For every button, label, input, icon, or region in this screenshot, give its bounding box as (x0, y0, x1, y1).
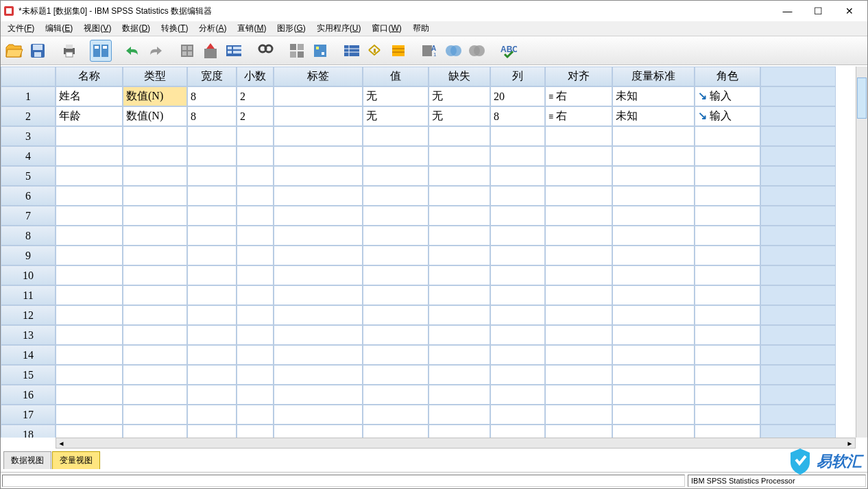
cell-name[interactable]: 姓名 (56, 86, 123, 106)
empty-cell[interactable] (123, 265, 187, 285)
empty-cell[interactable] (363, 186, 429, 206)
empty-cell[interactable] (363, 365, 429, 385)
empty-cell[interactable] (56, 365, 123, 385)
empty-cell[interactable] (612, 226, 695, 246)
empty-cell[interactable] (123, 226, 187, 246)
row-header[interactable]: 14 (1, 345, 56, 365)
column-header[interactable]: 标签 (274, 67, 363, 86)
empty-cell[interactable] (237, 305, 274, 325)
empty-cell[interactable] (545, 126, 612, 146)
empty-cell[interactable] (490, 126, 545, 146)
cell-missing[interactable]: 无 (429, 86, 490, 106)
empty-cell[interactable] (123, 405, 187, 425)
dialog-recall-icon[interactable] (90, 40, 112, 62)
empty-cell[interactable] (123, 206, 187, 226)
cell-width[interactable]: 8 (187, 86, 237, 106)
menu-4[interactable]: 转换(T) (156, 21, 193, 36)
cell-missing[interactable]: 无 (429, 106, 490, 126)
empty-cell[interactable] (363, 385, 429, 405)
scroll-right-icon[interactable]: ► (845, 438, 855, 448)
cell-align[interactable]: ≡右 (545, 106, 612, 126)
menu-9[interactable]: 窗口(W) (366, 21, 407, 36)
empty-cell[interactable] (695, 405, 760, 425)
close-button[interactable]: ✕ (834, 1, 865, 21)
column-header[interactable]: 角色 (695, 67, 760, 86)
cell-type[interactable]: 数值(N) (123, 106, 187, 126)
empty-cell[interactable] (123, 166, 187, 186)
empty-cell[interactable] (187, 166, 237, 186)
empty-cell[interactable] (237, 345, 274, 365)
row-header[interactable]: 10 (1, 265, 56, 285)
row-header[interactable]: 15 (1, 365, 56, 385)
empty-cell[interactable] (187, 305, 237, 325)
empty-cell[interactable] (187, 186, 237, 206)
empty-cell[interactable] (274, 186, 363, 206)
empty-cell[interactable] (612, 325, 695, 345)
empty-cell[interactable] (123, 186, 187, 206)
empty-cell[interactable] (187, 246, 237, 265)
column-header[interactable]: 列 (490, 67, 545, 86)
empty-cell[interactable] (56, 325, 123, 345)
cell-measure[interactable]: 未知 (612, 86, 695, 106)
empty-cell[interactable] (695, 325, 760, 345)
empty-cell[interactable] (187, 345, 237, 365)
empty-cell[interactable] (363, 226, 429, 246)
goto-case-icon[interactable] (176, 40, 198, 62)
empty-cell[interactable] (187, 126, 237, 146)
empty-cell[interactable] (490, 186, 545, 206)
empty-cell[interactable] (274, 305, 363, 325)
empty-cell[interactable] (56, 405, 123, 425)
empty-cell[interactable] (612, 126, 695, 146)
empty-cell[interactable] (612, 305, 695, 325)
empty-cell[interactable] (274, 345, 363, 365)
empty-cell[interactable] (237, 425, 274, 438)
value-labels-icon[interactable] (364, 40, 386, 62)
empty-cell[interactable] (545, 186, 612, 206)
empty-cell[interactable] (695, 186, 760, 206)
row-header[interactable]: 7 (1, 206, 56, 226)
menu-1[interactable]: 编辑(E) (40, 21, 78, 36)
column-header[interactable]: 宽度 (187, 67, 237, 86)
empty-cell[interactable] (429, 186, 490, 206)
use-sets-icon[interactable] (387, 40, 409, 62)
empty-cell[interactable] (490, 405, 545, 425)
empty-cell[interactable] (237, 206, 274, 226)
empty-cell[interactable] (490, 325, 545, 345)
empty-cell[interactable] (274, 425, 363, 438)
empty-cell[interactable] (429, 126, 490, 146)
empty-cell[interactable] (545, 365, 612, 385)
empty-cell[interactable] (612, 425, 695, 438)
empty-cell[interactable] (429, 226, 490, 246)
horizontal-scrollbar[interactable]: ◄ ► (56, 438, 856, 449)
row-header[interactable]: 5 (1, 166, 56, 186)
empty-cell[interactable] (237, 146, 274, 166)
scroll-thumb[interactable] (857, 77, 867, 119)
cell-values[interactable]: 无 (363, 106, 429, 126)
row-header[interactable]: 12 (1, 305, 56, 325)
open-icon[interactable] (3, 40, 25, 62)
empty-cell[interactable] (490, 246, 545, 265)
empty-cell[interactable] (123, 425, 187, 438)
empty-cell[interactable] (490, 365, 545, 385)
menu-3[interactable]: 数据(D) (117, 21, 156, 36)
empty-cell[interactable] (429, 345, 490, 365)
empty-cell[interactable] (363, 425, 429, 438)
empty-cell[interactable] (695, 206, 760, 226)
column-header[interactable]: 缺失 (429, 67, 490, 86)
empty-cell[interactable] (363, 126, 429, 146)
empty-cell[interactable] (545, 166, 612, 186)
empty-cell[interactable] (56, 285, 123, 305)
cell-measure[interactable]: 未知 (612, 106, 695, 126)
empty-cell[interactable] (56, 166, 123, 186)
cell-align[interactable]: ≡右 (545, 86, 612, 106)
empty-cell[interactable] (490, 285, 545, 305)
empty-cell[interactable] (237, 285, 274, 305)
empty-cell[interactable] (274, 146, 363, 166)
empty-cell[interactable] (237, 166, 274, 186)
empty-cell[interactable] (187, 325, 237, 345)
row-header[interactable]: 3 (1, 126, 56, 146)
empty-cell[interactable] (545, 385, 612, 405)
split-file-icon[interactable] (286, 40, 308, 62)
empty-cell[interactable] (123, 325, 187, 345)
cell-values[interactable]: 无 (363, 86, 429, 106)
